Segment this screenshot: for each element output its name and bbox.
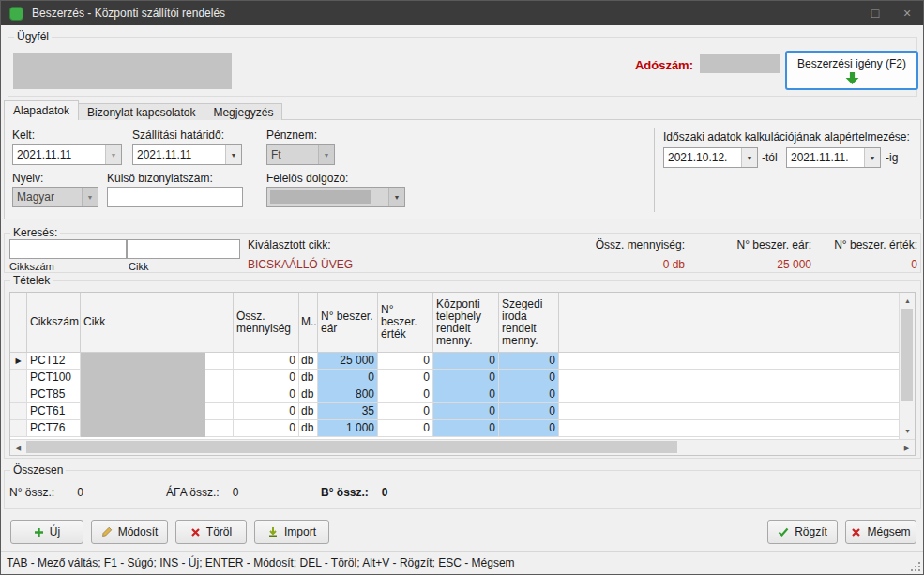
dropdown-arrow-icon[interactable]: ▼: [105, 145, 121, 164]
cell-ossz[interactable]: 0: [234, 353, 299, 370]
tab-megjegyzes[interactable]: Megjegyzés: [204, 103, 282, 120]
cell-ossz[interactable]: 0: [234, 420, 299, 437]
cell-kozponti[interactable]: 0: [433, 420, 499, 437]
cell-ear[interactable]: 0: [318, 370, 378, 386]
cell-me[interactable]: db: [299, 353, 318, 370]
cell-cikkszam[interactable]: PCT61: [27, 403, 81, 420]
cell-ossz[interactable]: 0: [234, 386, 299, 403]
maximize-button[interactable]: □: [859, 1, 891, 25]
cell-cikkszam[interactable]: PCT85: [27, 386, 81, 403]
scroll-up-icon[interactable]: ▲: [900, 293, 916, 309]
vertical-scrollbar-thumb[interactable]: [901, 309, 913, 401]
app-icon: [9, 7, 23, 21]
kulso-bizonylatszam-input[interactable]: [107, 187, 243, 207]
cell-cikk[interactable]: [81, 353, 234, 370]
delete-button[interactable]: Töröl: [175, 520, 247, 544]
cell-ear[interactable]: 800: [318, 386, 378, 403]
cell-cikk[interactable]: [81, 370, 234, 386]
kelt-date-field[interactable]: 2021.11.11 ▼: [12, 144, 122, 165]
cell-ear[interactable]: 1 000: [318, 420, 378, 437]
cell-kozponti[interactable]: 0: [433, 386, 499, 403]
dropdown-arrow-icon[interactable]: ▼: [741, 148, 757, 167]
tax-number-redacted: [700, 54, 780, 73]
cell-szegedi[interactable]: 0: [499, 370, 559, 386]
szallitasi-value: 2021.11.11: [133, 148, 225, 161]
horizontal-scrollbar-thumb[interactable]: [26, 441, 677, 453]
nyelv-combo: Magyar ▼: [12, 187, 98, 207]
cell-kozponti[interactable]: 0: [433, 370, 499, 386]
header-me[interactable]: M..: [299, 293, 318, 353]
cell-me[interactable]: db: [299, 370, 318, 386]
tab-bizonylat-kapcsolatok[interactable]: Bizonylat kapcsolatok: [78, 103, 204, 120]
idoszaki-to-date-field[interactable]: 2021.11.11. ▼: [786, 147, 881, 168]
header-beszer-ertek[interactable]: N° beszer. érték: [378, 293, 433, 353]
scroll-down-icon[interactable]: ▼: [900, 423, 916, 439]
table-row[interactable]: PCT100 0 db 0 0 0 0: [10, 370, 899, 386]
cell-cikk[interactable]: [81, 420, 234, 437]
search-cikkszam-input[interactable]: [9, 239, 127, 259]
tab-alapadatok[interactable]: Alapadatok: [4, 100, 79, 120]
idoszaki-from-date-field[interactable]: 2021.10.12. ▼: [663, 147, 758, 168]
modify-button[interactable]: Módosít: [91, 520, 168, 544]
cell-cikk[interactable]: [81, 403, 234, 420]
cell-szegedi[interactable]: 0: [499, 403, 559, 420]
dropdown-arrow-icon[interactable]: ▼: [225, 145, 241, 164]
purchase-request-button[interactable]: Beszerzési igény (F2): [785, 51, 918, 90]
table-row[interactable]: PCT61 0 db 35 0 0 0: [10, 403, 899, 420]
header-cikkszam[interactable]: Cikkszám: [27, 293, 81, 353]
vertical-scrollbar[interactable]: ▲ ▼: [899, 293, 915, 439]
cell-cikkszam[interactable]: PCT12: [27, 353, 81, 370]
cell-cikk[interactable]: [81, 386, 234, 403]
cell-ertek[interactable]: 0: [378, 420, 433, 437]
szallitasi-date-field[interactable]: 2021.11.11 ▼: [132, 144, 242, 165]
import-button[interactable]: Import: [254, 520, 329, 544]
close-button[interactable]: ×: [891, 1, 923, 25]
cell-me[interactable]: db: [299, 386, 318, 403]
selected-item-label: Kiválasztott cikk:: [248, 238, 331, 251]
cell-me[interactable]: db: [299, 420, 318, 437]
header-cikk[interactable]: Cikk: [81, 293, 234, 353]
cell-cikkszam[interactable]: PCT100: [27, 370, 81, 386]
cell-me[interactable]: db: [299, 403, 318, 420]
cell-ossz[interactable]: 0: [234, 403, 299, 420]
scroll-left-icon[interactable]: ◀: [10, 440, 26, 456]
header-beszer-ear[interactable]: N° beszer. eár: [318, 293, 378, 353]
cell-ossz[interactable]: 0: [234, 370, 299, 386]
cell-ertek[interactable]: 0: [378, 403, 433, 420]
cell-ertek[interactable]: 0: [378, 370, 433, 386]
cell-ertek[interactable]: 0: [378, 353, 433, 370]
customer-group: Ügyfél Adószám: Beszerzési igény (F2): [8, 37, 917, 97]
cell-kozponti[interactable]: 0: [433, 353, 499, 370]
total-quantity: Össz. mennyiség: 0 db: [516, 238, 685, 271]
header-kozponti[interactable]: Központi telephely rendelt menny.: [433, 293, 499, 353]
dropdown-arrow-icon[interactable]: ▼: [864, 148, 880, 167]
resize-grip-icon[interactable]: [911, 562, 920, 571]
customer-group-label: Ügyfél: [14, 30, 52, 43]
cell-szegedi[interactable]: 0: [499, 353, 559, 370]
scroll-right-icon[interactable]: ▶: [899, 440, 915, 456]
cell-szegedi[interactable]: 0: [499, 420, 559, 437]
table-row[interactable]: ▶ PCT12 0 db 25 000 0 0 0: [10, 353, 899, 370]
total-value-value: 0: [819, 258, 917, 271]
cancel-button[interactable]: Mégsem: [845, 520, 916, 544]
row-selector: [10, 420, 27, 437]
cell-ertek[interactable]: 0: [378, 386, 433, 403]
search-cikkszam-caption: Cikkszám: [9, 261, 54, 272]
search-cikk-input[interactable]: [127, 239, 240, 259]
cell-szegedi[interactable]: 0: [499, 386, 559, 403]
new-button[interactable]: Új: [10, 520, 83, 544]
header-ossz-mennyiseg[interactable]: Össz. mennyiség: [234, 293, 299, 353]
titlebar[interactable]: Beszerzés - Központi szállítói rendelés …: [1, 1, 923, 25]
table-row[interactable]: PCT85 0 db 800 0 0 0: [10, 386, 899, 403]
cell-filler: [559, 386, 899, 403]
header-szegedi[interactable]: Szegedi iroda rendelt menny.: [499, 293, 559, 353]
horizontal-scrollbar[interactable]: ◀ ▶: [10, 439, 915, 455]
cell-ear[interactable]: 25 000: [318, 353, 378, 370]
table-row[interactable]: PCT76 0 db 1 000 0 0 0: [10, 420, 899, 437]
save-button[interactable]: Rögzít: [767, 520, 838, 544]
cell-kozponti[interactable]: 0: [433, 403, 499, 420]
redacted-cell: [81, 370, 205, 386]
cell-cikkszam[interactable]: PCT76: [27, 420, 81, 437]
cell-ear[interactable]: 35: [318, 403, 378, 420]
pencil-icon: [101, 526, 113, 537]
